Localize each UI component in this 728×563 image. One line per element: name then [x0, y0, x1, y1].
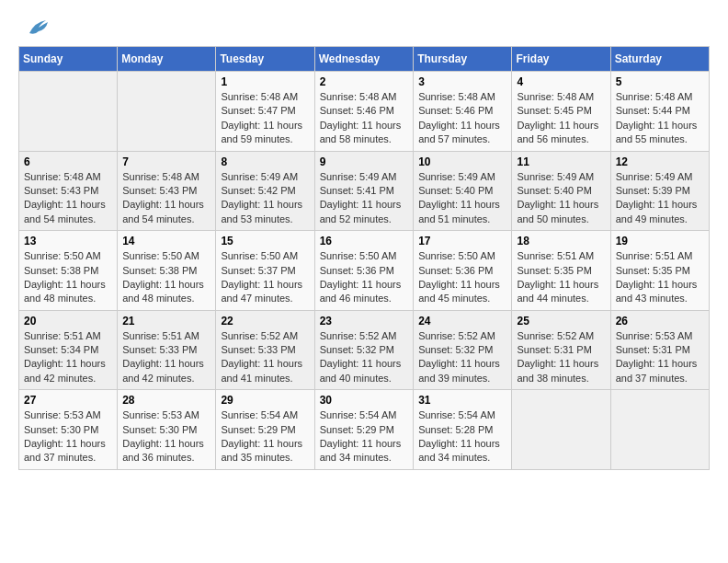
weekday-header: Wednesday	[314, 47, 414, 72]
calendar-week-row: 6Sunrise: 5:48 AM Sunset: 5:43 PM Daylig…	[19, 151, 710, 231]
day-number: 4	[517, 75, 605, 88]
day-number: 17	[418, 235, 506, 247]
day-info: Sunrise: 5:53 AM Sunset: 5:30 PM Dayligh…	[122, 408, 210, 465]
day-number: 12	[616, 155, 704, 168]
calendar-cell: 15Sunrise: 5:50 AM Sunset: 5:37 PM Dayli…	[216, 231, 314, 311]
calendar-cell: 11Sunrise: 5:49 AM Sunset: 5:40 PM Dayli…	[512, 151, 610, 231]
day-number: 26	[616, 315, 704, 327]
day-info: Sunrise: 5:50 AM Sunset: 5:38 PM Dayligh…	[122, 249, 210, 306]
day-number: 29	[221, 394, 309, 407]
day-number: 25	[517, 315, 605, 327]
day-info: Sunrise: 5:48 AM Sunset: 5:47 PM Dayligh…	[221, 90, 309, 147]
day-number: 23	[320, 315, 409, 327]
day-number: 15	[221, 235, 309, 247]
day-info: Sunrise: 5:48 AM Sunset: 5:46 PM Dayligh…	[320, 90, 409, 147]
calendar-cell: 27Sunrise: 5:53 AM Sunset: 5:30 PM Dayli…	[19, 390, 118, 470]
day-number: 1	[221, 75, 309, 88]
weekday-header: Tuesday	[216, 47, 314, 72]
day-number: 27	[24, 394, 112, 407]
calendar-cell: 13Sunrise: 5:50 AM Sunset: 5:38 PM Dayli…	[19, 231, 118, 311]
day-number: 6	[24, 155, 112, 168]
calendar-week-row: 13Sunrise: 5:50 AM Sunset: 5:38 PM Dayli…	[19, 231, 710, 311]
day-info: Sunrise: 5:52 AM Sunset: 5:32 PM Dayligh…	[320, 329, 409, 386]
calendar-cell: 30Sunrise: 5:54 AM Sunset: 5:29 PM Dayli…	[314, 390, 414, 470]
day-info: Sunrise: 5:48 AM Sunset: 5:43 PM Dayligh…	[122, 170, 210, 227]
day-number: 24	[418, 315, 506, 327]
calendar-cell	[512, 390, 610, 470]
calendar-week-row: 20Sunrise: 5:51 AM Sunset: 5:34 PM Dayli…	[19, 310, 710, 390]
day-number: 9	[320, 155, 409, 168]
calendar-week-row: 27Sunrise: 5:53 AM Sunset: 5:30 PM Dayli…	[19, 390, 710, 470]
day-number: 18	[517, 235, 605, 247]
logo-bird-icon	[20, 17, 50, 37]
day-info: Sunrise: 5:52 AM Sunset: 5:31 PM Dayligh…	[517, 329, 605, 386]
day-number: 7	[122, 155, 210, 168]
day-info: Sunrise: 5:49 AM Sunset: 5:39 PM Dayligh…	[616, 170, 704, 227]
calendar-cell: 12Sunrise: 5:49 AM Sunset: 5:39 PM Dayli…	[610, 151, 709, 231]
day-info: Sunrise: 5:50 AM Sunset: 5:37 PM Dayligh…	[221, 249, 309, 306]
day-info: Sunrise: 5:54 AM Sunset: 5:28 PM Dayligh…	[418, 408, 506, 465]
calendar-cell: 18Sunrise: 5:51 AM Sunset: 5:35 PM Dayli…	[512, 231, 610, 311]
day-number: 8	[221, 155, 309, 168]
day-info: Sunrise: 5:51 AM Sunset: 5:35 PM Dayligh…	[616, 249, 704, 306]
calendar-table: SundayMondayTuesdayWednesdayThursdayFrid…	[18, 46, 710, 470]
day-info: Sunrise: 5:50 AM Sunset: 5:36 PM Dayligh…	[320, 249, 409, 306]
calendar-cell	[610, 390, 709, 470]
day-info: Sunrise: 5:49 AM Sunset: 5:40 PM Dayligh…	[517, 170, 605, 227]
day-info: Sunrise: 5:51 AM Sunset: 5:34 PM Dayligh…	[24, 329, 112, 386]
calendar-cell: 23Sunrise: 5:52 AM Sunset: 5:32 PM Dayli…	[314, 310, 414, 390]
day-info: Sunrise: 5:48 AM Sunset: 5:45 PM Dayligh…	[517, 90, 605, 147]
day-number: 21	[122, 315, 210, 327]
weekday-header: Thursday	[414, 47, 512, 72]
calendar-cell: 20Sunrise: 5:51 AM Sunset: 5:34 PM Dayli…	[19, 310, 118, 390]
weekday-header: Friday	[512, 47, 610, 72]
day-number: 16	[320, 235, 409, 247]
calendar-cell: 17Sunrise: 5:50 AM Sunset: 5:36 PM Dayli…	[414, 231, 512, 311]
calendar-cell: 31Sunrise: 5:54 AM Sunset: 5:28 PM Dayli…	[414, 390, 512, 470]
day-info: Sunrise: 5:49 AM Sunset: 5:41 PM Dayligh…	[320, 170, 409, 227]
day-number: 30	[320, 394, 409, 407]
calendar-cell: 29Sunrise: 5:54 AM Sunset: 5:29 PM Dayli…	[216, 390, 314, 470]
calendar-cell: 16Sunrise: 5:50 AM Sunset: 5:36 PM Dayli…	[314, 231, 414, 311]
day-number: 5	[616, 75, 704, 88]
day-number: 31	[418, 394, 506, 407]
page-header	[18, 18, 710, 37]
calendar-header: SundayMondayTuesdayWednesdayThursdayFrid…	[19, 47, 710, 72]
calendar-cell: 2Sunrise: 5:48 AM Sunset: 5:46 PM Daylig…	[314, 72, 414, 152]
calendar-cell: 21Sunrise: 5:51 AM Sunset: 5:33 PM Dayli…	[118, 310, 216, 390]
calendar-cell: 4Sunrise: 5:48 AM Sunset: 5:45 PM Daylig…	[512, 72, 610, 152]
weekday-header: Sunday	[19, 47, 118, 72]
day-number: 14	[122, 235, 210, 247]
day-number: 3	[418, 75, 506, 88]
day-info: Sunrise: 5:49 AM Sunset: 5:42 PM Dayligh…	[221, 170, 309, 227]
day-number: 19	[616, 235, 704, 247]
day-number: 2	[320, 75, 409, 88]
calendar-cell: 10Sunrise: 5:49 AM Sunset: 5:40 PM Dayli…	[414, 151, 512, 231]
weekday-header: Monday	[118, 47, 216, 72]
day-number: 28	[122, 394, 210, 407]
calendar-cell: 22Sunrise: 5:52 AM Sunset: 5:33 PM Dayli…	[216, 310, 314, 390]
day-info: Sunrise: 5:52 AM Sunset: 5:33 PM Dayligh…	[221, 329, 309, 386]
day-info: Sunrise: 5:54 AM Sunset: 5:29 PM Dayligh…	[320, 408, 409, 465]
day-info: Sunrise: 5:48 AM Sunset: 5:46 PM Dayligh…	[418, 90, 506, 147]
calendar-cell: 25Sunrise: 5:52 AM Sunset: 5:31 PM Dayli…	[512, 310, 610, 390]
weekday-header: Saturday	[610, 47, 709, 72]
day-number: 10	[418, 155, 506, 168]
day-number: 22	[221, 315, 309, 327]
calendar-cell: 1Sunrise: 5:48 AM Sunset: 5:47 PM Daylig…	[216, 72, 314, 152]
calendar-cell	[118, 72, 216, 152]
day-info: Sunrise: 5:49 AM Sunset: 5:40 PM Dayligh…	[418, 170, 506, 227]
calendar-cell: 8Sunrise: 5:49 AM Sunset: 5:42 PM Daylig…	[216, 151, 314, 231]
day-info: Sunrise: 5:52 AM Sunset: 5:32 PM Dayligh…	[418, 329, 506, 386]
calendar-cell: 24Sunrise: 5:52 AM Sunset: 5:32 PM Dayli…	[414, 310, 512, 390]
calendar-cell: 26Sunrise: 5:53 AM Sunset: 5:31 PM Dayli…	[610, 310, 709, 390]
calendar-cell: 6Sunrise: 5:48 AM Sunset: 5:43 PM Daylig…	[19, 151, 118, 231]
calendar-cell: 14Sunrise: 5:50 AM Sunset: 5:38 PM Dayli…	[118, 231, 216, 311]
calendar-cell: 3Sunrise: 5:48 AM Sunset: 5:46 PM Daylig…	[414, 72, 512, 152]
logo	[18, 18, 50, 37]
calendar-cell: 28Sunrise: 5:53 AM Sunset: 5:30 PM Dayli…	[118, 390, 216, 470]
day-info: Sunrise: 5:48 AM Sunset: 5:44 PM Dayligh…	[616, 90, 704, 147]
calendar-cell: 7Sunrise: 5:48 AM Sunset: 5:43 PM Daylig…	[118, 151, 216, 231]
calendar-cell	[19, 72, 118, 152]
day-info: Sunrise: 5:50 AM Sunset: 5:38 PM Dayligh…	[24, 249, 112, 306]
